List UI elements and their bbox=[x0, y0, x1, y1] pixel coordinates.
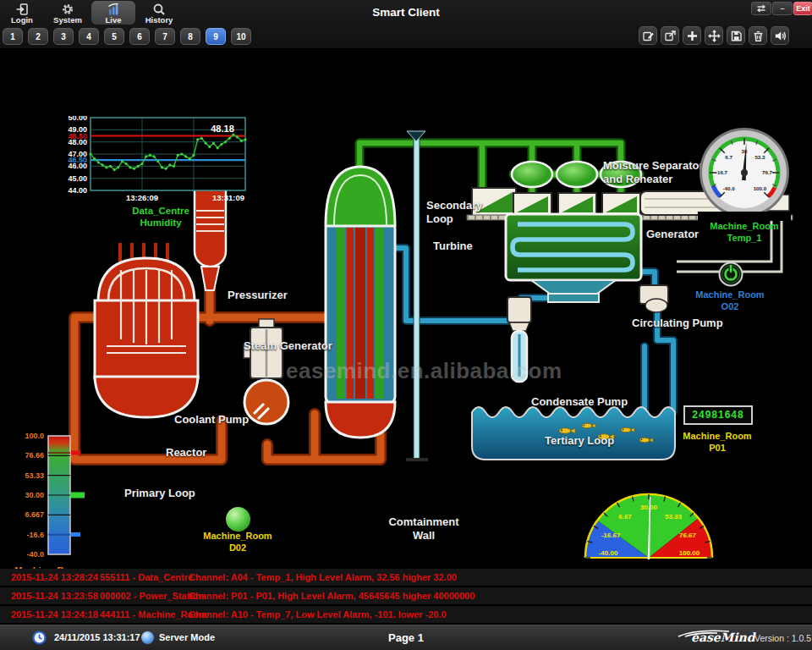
save-button[interactable] bbox=[727, 26, 745, 45]
condenser bbox=[506, 214, 641, 302]
move-button[interactable] bbox=[705, 26, 723, 45]
circulating-pump-body bbox=[639, 285, 668, 312]
speaker-icon bbox=[774, 30, 787, 42]
label-tertiary-loop: Tertiary Loop bbox=[545, 434, 614, 448]
page-button[interactable]: 6 bbox=[129, 28, 150, 45]
power-button-label: Machine_RoomO02 bbox=[688, 289, 772, 312]
bar-low-marker bbox=[71, 532, 80, 537]
label-secondary-loop: SecondaryLoop bbox=[426, 199, 482, 226]
temp2-bar-ticks: 100.0 76.66 53.33 30.00 6.667 -16.6 -40.… bbox=[25, 432, 44, 559]
trend-title: Data_Centre Humidity bbox=[132, 206, 189, 228]
cooling-basin bbox=[472, 407, 675, 460]
temp1-gauge: -40.0 -16.7 6.7 30 53.3 76.7 100.0 bbox=[698, 126, 791, 221]
svg-text:30.00: 30.00 bbox=[25, 491, 44, 499]
reactor-vessel bbox=[95, 243, 198, 417]
svg-text:-40.0: -40.0 bbox=[723, 185, 736, 191]
svg-text:13:26:09: 13:26:09 bbox=[126, 193, 158, 202]
minimize-button[interactable]: – bbox=[772, 2, 793, 15]
svg-text:53.33: 53.33 bbox=[665, 513, 683, 521]
trend-chart: 50.00 49.00 48.00 47.00 46.00 45.00 44.0… bbox=[48, 116, 255, 234]
export-icon bbox=[664, 30, 677, 42]
svg-text:-40.00: -40.00 bbox=[599, 549, 618, 557]
add-button[interactable] bbox=[683, 26, 701, 45]
page-button[interactable]: 2 bbox=[28, 28, 48, 45]
page-button[interactable]: 4 bbox=[79, 28, 99, 45]
svg-text:6.667: 6.667 bbox=[25, 510, 44, 519]
trend-current-value: 48.18 bbox=[211, 124, 234, 134]
exit-button[interactable]: Exit bbox=[793, 2, 812, 15]
page-button[interactable]: 5 bbox=[104, 28, 124, 45]
svg-text:53.3: 53.3 bbox=[754, 154, 765, 160]
sync-icon bbox=[755, 3, 767, 14]
window-title: Smart Client bbox=[0, 6, 812, 19]
alarm-time: 2015-11-24 13:28:24 bbox=[11, 569, 98, 586]
moisture-separator-vessel bbox=[557, 162, 597, 187]
svg-text:6.7: 6.7 bbox=[725, 154, 732, 160]
edit-button[interactable] bbox=[639, 26, 657, 45]
add-icon bbox=[686, 30, 699, 42]
svg-text:-16.7: -16.7 bbox=[716, 169, 728, 175]
label-containment-wall: ComtainmentWall bbox=[385, 515, 463, 543]
alarm-message: Channel: A04 - Temp_1, High Level Alarm,… bbox=[189, 569, 457, 586]
edit-icon bbox=[642, 30, 655, 42]
header-bar: Login System Live History Smart Client –… bbox=[0, 0, 812, 49]
svg-text:76.7: 76.7 bbox=[762, 169, 773, 175]
label-steam-generator: Steam Generator bbox=[244, 339, 332, 353]
page-button[interactable]: 7 bbox=[155, 28, 175, 45]
temp3-gauge: -40.00 -16.67 6.67 30.00 53.33 76.67 100… bbox=[581, 488, 716, 570]
power-button[interactable] bbox=[718, 262, 743, 287]
status-ball-indicator bbox=[226, 507, 250, 532]
alarm-time: 2015-11-24 13:23:58 bbox=[11, 587, 98, 604]
status-ball-label: Machine_RoomD02 bbox=[195, 530, 280, 554]
svg-text:100.0: 100.0 bbox=[25, 432, 44, 440]
alarm-row[interactable]: 2015-11-24 13:23:58 000002 - Power_Stati… bbox=[0, 587, 812, 606]
label-generator: Generator bbox=[646, 228, 699, 241]
label-reactor: Reactor bbox=[166, 446, 206, 460]
svg-text:45.00: 45.00 bbox=[68, 174, 87, 183]
svg-text:100.00: 100.00 bbox=[679, 549, 700, 557]
page-button[interactable]: 3 bbox=[53, 28, 74, 45]
page-button[interactable]: 9 bbox=[206, 28, 226, 45]
svg-text:76.67: 76.67 bbox=[679, 532, 697, 539]
moisture-separator-vessel bbox=[512, 162, 552, 187]
svg-text:50.00: 50.00 bbox=[68, 116, 87, 122]
trash-icon bbox=[752, 30, 765, 42]
page-button[interactable]: 8 bbox=[180, 28, 200, 45]
svg-text:100.0: 100.0 bbox=[754, 185, 767, 191]
svg-text:-16.67: -16.67 bbox=[601, 532, 621, 539]
volume-button[interactable] bbox=[771, 26, 789, 45]
alarm-message: Channel: P01 - P01, High Level Alarm, 45… bbox=[189, 587, 475, 604]
label-moisture-separator: Moisture Separatorand Reheater bbox=[603, 159, 713, 186]
page-button[interactable]: 1 bbox=[3, 28, 23, 45]
status-version: Version : 1.0.5 bbox=[754, 633, 811, 643]
delete-button[interactable] bbox=[749, 26, 767, 45]
bar-high-marker bbox=[71, 451, 80, 455]
brand-logo: easeMind bbox=[691, 631, 755, 644]
trend-x-axis: 13:26:09 13:31:09 bbox=[126, 193, 244, 202]
export-button[interactable] bbox=[661, 26, 679, 45]
alarm-row[interactable]: 2015-11-24 13:24:18 444111 - Machine_Roo… bbox=[0, 606, 812, 625]
bar-value-marker bbox=[71, 493, 85, 499]
alarm-time: 2015-11-24 13:24:18 bbox=[11, 606, 98, 623]
svg-text:13:31:09: 13:31:09 bbox=[212, 193, 244, 202]
alarm-source: 555111 - Data_Centre bbox=[100, 569, 193, 586]
svg-text:-40.0: -40.0 bbox=[26, 550, 44, 559]
label-pressurizer: Pressurizer bbox=[228, 289, 288, 302]
svg-text:-16.6: -16.6 bbox=[26, 531, 44, 539]
sync-button[interactable] bbox=[751, 2, 771, 15]
mimic-canvas: easemind.en.alibaba.com Moisture Separat… bbox=[0, 48, 812, 569]
svg-text:6.67: 6.67 bbox=[618, 513, 632, 521]
steam-generator-vessel bbox=[326, 167, 395, 438]
label-condensate-pump: Condensate Pump bbox=[531, 395, 628, 409]
svg-text:30: 30 bbox=[742, 148, 748, 154]
svg-text:30.00: 30.00 bbox=[640, 504, 658, 511]
status-bar: 24/11/2015 13:31:17 Server Mode Page 1 e… bbox=[0, 625, 812, 650]
coolant-pump-body bbox=[244, 319, 288, 424]
move-icon bbox=[708, 30, 721, 42]
alarm-list: 2015-11-24 13:28:24 555111 - Data_Centre… bbox=[0, 569, 812, 625]
alarm-row[interactable]: 2015-11-24 13:28:24 555111 - Data_Centre… bbox=[0, 569, 812, 587]
trend-alarm-low-label: 46.50 bbox=[68, 156, 87, 164]
page-button[interactable]: 10 bbox=[231, 28, 251, 45]
svg-text:Humidity: Humidity bbox=[140, 218, 182, 228]
smart-client-window: Login System Live History Smart Client –… bbox=[0, 0, 812, 650]
